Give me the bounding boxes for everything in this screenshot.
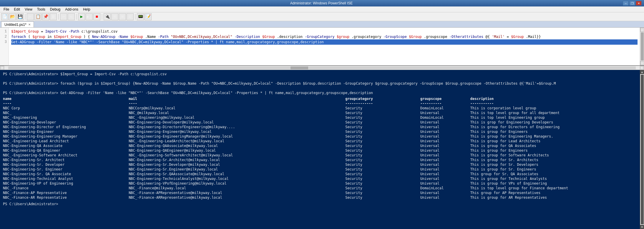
save-button[interactable]: 💾 [16, 13, 24, 20]
new-remote-tab-button[interactable]: 🔌 [104, 13, 111, 20]
table-cell: This is group for Sr. Architects [470, 158, 637, 162]
table-cell: Universal [420, 111, 470, 115]
table-cell: NBC_-Finance-ARRepresentative@milkyway.l… [129, 195, 345, 200]
table-cell: Universal [420, 129, 470, 134]
table-cell: Security [345, 153, 420, 158]
show-console-button[interactable]: 📟 [137, 13, 144, 20]
collapse-button[interactable]: ⊟ [111, 13, 118, 20]
code-editor[interactable]: $Import_Group = Import-Csv -Path c:\grou… [9, 28, 640, 65]
table-cell: Universal [420, 190, 470, 195]
table-cell: This is group for VPs of Engineering [470, 181, 637, 186]
menu-edit[interactable]: Edit [11, 7, 22, 12]
hscroll-track[interactable] [8, 66, 636, 69]
editor-panel[interactable]: 1 2 3 $Import_Group = Import-Csv -Path c… [0, 28, 644, 66]
table-cell: Security [345, 120, 420, 125]
table-cell: Universal [420, 134, 470, 139]
vertical-scrollbar[interactable]: ▲ ▼ [640, 28, 644, 65]
menu-addons[interactable]: Add-ons [63, 7, 81, 12]
table-cell: NBC-Engineering-Sr.Engineer@milkyway.loc… [129, 167, 345, 172]
menu-debug[interactable]: Debug [48, 7, 63, 12]
table-cell: NBC-Engineering-QA Associate [3, 143, 129, 148]
run-button[interactable]: ▶ [78, 13, 85, 20]
table-row: NBC-Engineering-Sr. EngineerNBC-Engineer… [3, 167, 637, 172]
table-cell: NBC-Engineering-Technical Analyst [3, 176, 129, 181]
table-cell: NBC_-Finance-AR Representative [3, 195, 129, 200]
console-scroll-up[interactable]: ▲ [640, 70, 644, 74]
console-panel[interactable]: PS C:\Users\Administrator> $Import_Group… [0, 70, 640, 229]
table-cell: This group for Sr. QA Associates [470, 172, 637, 176]
table-row: NBC_-Engineering-Software ArchitectNBC_-… [3, 153, 637, 158]
table-row: NBC_-FinanceNBC_-Finance@milkyway.localS… [3, 186, 637, 190]
scroll-up-button[interactable]: ▲ [640, 28, 644, 32]
table-cell: NBC-Engineering-Developer [3, 120, 129, 125]
table-row: NBC-Engineering-Director of EngineeringN… [3, 125, 637, 129]
console-scroll-thumb[interactable] [641, 75, 644, 224]
open-button[interactable]: 📂 [9, 13, 16, 20]
table-cell: This is group for Technical Analysts [470, 176, 637, 181]
paste-button[interactable]: 📌 [42, 13, 49, 20]
col-sep-name: ---- [3, 101, 129, 106]
cut-button[interactable]: ✂ [27, 13, 34, 20]
menu-file[interactable]: File [1, 7, 11, 12]
hscroll-thumb[interactable] [291, 66, 308, 69]
console-prompt-1: PS C:\Users\Administrator> $Import_Group… [3, 72, 637, 76]
table-cell: This group for AP Representatives [470, 190, 637, 195]
code-line-2: foreach ( $group in $Import_Group ) { Ne… [11, 34, 638, 39]
table-row: NBC-Engineering-VP of EngineeringNBC-Eng… [3, 181, 637, 186]
scroll-down-button[interactable]: ▼ [640, 61, 644, 65]
table-cell: This is grop for Engineering Developers [470, 120, 637, 125]
tab-bar: Untitled1.ps1* ✕ [0, 21, 644, 28]
hscroll-right[interactable]: ► [640, 66, 644, 70]
table-cell: NBC-Engineering-EngineeringManager@milky… [129, 134, 345, 139]
editor-hscrollbar[interactable]: ◄ ► [0, 66, 644, 70]
tab-close-button[interactable]: ✕ [28, 23, 31, 26]
table-row: NBC-Engineering-QA AssociateNBC-Engineer… [3, 143, 637, 148]
table-cell: NBC_-Engineering [3, 115, 129, 120]
col-sep-cat: ------------- [345, 101, 420, 106]
table-cell: NBC-Engineering-Sr.Developer@milkyway.lo… [129, 162, 345, 167]
code-line-3: Get-ADGroup -Filter 'Name -like "NBC*"' … [11, 39, 638, 45]
minimize-button[interactable]: – [623, 1, 629, 6]
final-prompt: PS C:\Users\Administrator> [3, 202, 637, 206]
close-button[interactable]: ✕ [636, 1, 642, 6]
table-cell: Security [345, 115, 420, 120]
table-cell: NBC-Engineering-Sr. Architect [3, 158, 129, 162]
redo-button[interactable]: ↪ [68, 13, 75, 20]
scroll-thumb[interactable] [641, 32, 644, 61]
new-file-button[interactable]: 📄 [1, 13, 8, 20]
table-cell: Universal [420, 143, 470, 148]
show-commands-button[interactable]: ⊡ [127, 13, 134, 20]
copy-button[interactable]: 📋 [34, 13, 42, 20]
menu-help[interactable]: Help [81, 7, 93, 12]
table-row: NBC-Engineering-Sr. QA AssociateNBC-Engi… [3, 172, 637, 176]
menu-view[interactable]: View [22, 7, 35, 12]
expand-button[interactable]: ⊞ [119, 13, 126, 20]
table-cell: NBC-Engineering-Sr.QAAssociate@milkyway.… [129, 172, 345, 176]
table-row: NBC-Engineering-DeveloperNBC-Engineering… [3, 120, 637, 125]
undo-button[interactable]: ↩ [60, 13, 67, 20]
tab-label: Untitled1.ps1* [4, 23, 26, 27]
table-cell: Security [345, 190, 420, 195]
stop-button[interactable]: ■ [93, 13, 100, 20]
main-content: 1 2 3 $Import_Group = Import-Csv -Path c… [0, 28, 644, 229]
tab-untitled1[interactable]: Untitled1.ps1* ✕ [1, 21, 34, 27]
table-cell: NBC-Engineering-TechnicalAnalyst@milkywa… [129, 176, 345, 181]
table-cell: This is top level group for Finance depa… [470, 186, 637, 190]
table-cell: Security [345, 167, 420, 172]
hscroll-left[interactable]: ◄ [0, 66, 4, 70]
menu-tools[interactable]: Tools [35, 7, 48, 12]
restore-button[interactable]: ❐ [629, 1, 635, 6]
table-cell: NBC-Engineering-Engineering Manager [3, 134, 129, 139]
table-cell: NBC-Engineering-Engineer@milkyway.local [129, 129, 345, 134]
table-cell: Security [345, 106, 420, 111]
table-cell: Universal [420, 148, 470, 153]
console-blank-2 [3, 86, 637, 91]
table-cell: This is group for Engineering Managers. [470, 134, 637, 139]
console-scroll-down[interactable]: ▼ [640, 225, 644, 229]
console-vscrollbar[interactable]: ▲ ▼ [640, 70, 644, 229]
clear-button[interactable]: 🗑 [50, 13, 57, 20]
table-cell: Security [345, 162, 420, 167]
line-numbers: 1 2 3 [0, 28, 9, 65]
run-selection-button[interactable]: ▶| [86, 13, 93, 20]
show-script-button[interactable]: 📝 [145, 13, 152, 20]
